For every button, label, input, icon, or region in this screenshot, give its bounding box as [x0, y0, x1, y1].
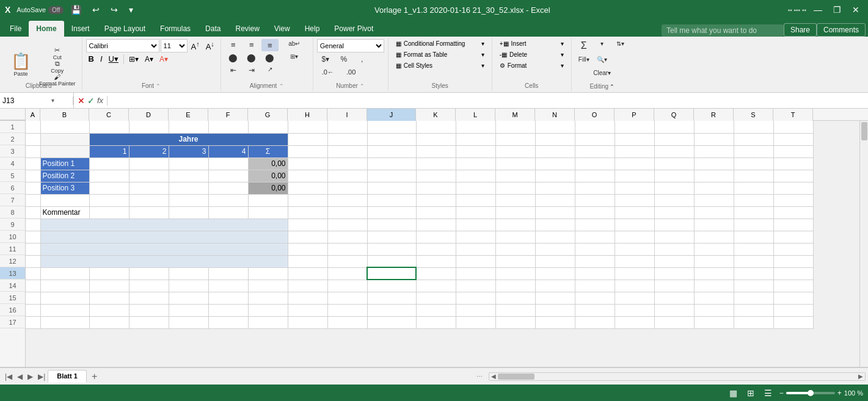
cell-d7[interactable] — [129, 194, 169, 206]
confirm-formula-button[interactable]: ✓ — [87, 96, 95, 106]
cell-r5[interactable] — [694, 170, 734, 182]
sheet-nav-first[interactable]: |◀ — [2, 371, 15, 382]
col-header-a[interactable]: A — [26, 109, 40, 121]
cell-q7[interactable] — [654, 194, 694, 206]
cell-j4[interactable] — [367, 157, 416, 170]
cell-q6[interactable] — [654, 182, 694, 194]
percent-button[interactable]: % — [335, 54, 352, 66]
insert-cells-button[interactable]: +▦ Insert ▾ — [496, 39, 567, 48]
delete-cells-button[interactable]: -▦ Delete ▾ — [496, 50, 567, 59]
search-input[interactable] — [662, 24, 784, 37]
cell-q17[interactable] — [654, 316, 694, 328]
cell-l3[interactable] — [456, 145, 495, 157]
bold-button[interactable]: B — [86, 54, 97, 64]
cell-a12[interactable] — [26, 255, 40, 267]
cell-r14[interactable] — [694, 280, 734, 292]
cell-o14[interactable] — [575, 280, 615, 292]
cell-l4[interactable] — [456, 157, 495, 170]
cell-h9[interactable] — [288, 219, 327, 231]
cell-h10[interactable] — [288, 231, 327, 243]
row-14[interactable]: 14 — [0, 280, 25, 292]
align-top-right-button[interactable]: ≡ — [261, 39, 279, 51]
cell-t7[interactable] — [773, 194, 813, 206]
cell-j2[interactable] — [367, 133, 416, 145]
cell-b6[interactable]: Position 3 — [40, 182, 89, 194]
cell-f1[interactable] — [208, 121, 248, 133]
cell-q11[interactable] — [654, 243, 694, 255]
cell-a5[interactable] — [26, 170, 40, 182]
insert-function-button[interactable]: fx — [97, 96, 103, 105]
cell-i7[interactable] — [327, 194, 367, 206]
cell-o11[interactable] — [575, 243, 615, 255]
cell-c7[interactable] — [89, 194, 129, 206]
align-center-button[interactable]: ⬤ — [243, 52, 260, 64]
cell-r11[interactable] — [694, 243, 734, 255]
cell-f13[interactable] — [208, 267, 248, 280]
cell-b15[interactable] — [40, 292, 89, 304]
cell-e8[interactable] — [169, 206, 208, 219]
cell-s16[interactable] — [734, 304, 773, 316]
cell-j10[interactable] — [367, 231, 416, 243]
tab-home[interactable]: Home — [29, 21, 64, 37]
cell-i17[interactable] — [327, 316, 367, 328]
cell-g15[interactable] — [248, 292, 288, 304]
cell-t15[interactable] — [773, 292, 813, 304]
cell-r13[interactable] — [694, 267, 734, 280]
cell-n15[interactable] — [535, 292, 575, 304]
format-table-button[interactable]: ▦ Format as Table ▾ — [392, 50, 488, 59]
cell-b12[interactable] — [40, 255, 288, 267]
cell-e1[interactable] — [169, 121, 208, 133]
cell-h3[interactable] — [288, 145, 327, 157]
col-header-s[interactable]: S — [734, 109, 773, 121]
border-button[interactable]: ⊞▾ — [126, 54, 141, 64]
cell-l9[interactable] — [456, 219, 495, 231]
cell-i4[interactable] — [327, 157, 367, 170]
find-select-button[interactable]: 🔍▾ — [594, 55, 611, 67]
name-box[interactable]: J13 — [2, 96, 51, 105]
tab-help[interactable]: Help — [297, 21, 327, 37]
cell-k12[interactable] — [416, 255, 456, 267]
cell-j17[interactable] — [367, 316, 416, 328]
row-16[interactable]: 16 — [0, 304, 25, 316]
col-header-e[interactable]: E — [169, 109, 208, 121]
cell-e4[interactable] — [169, 157, 208, 170]
cell-s4[interactable] — [734, 157, 773, 170]
cell-q5[interactable] — [654, 170, 694, 182]
cell-s1[interactable] — [734, 121, 773, 133]
cell-p5[interactable] — [615, 170, 654, 182]
cell-o2[interactable] — [575, 133, 615, 145]
cell-c16[interactable] — [89, 304, 129, 316]
cell-o15[interactable] — [575, 292, 615, 304]
grid-scroll[interactable]: Jahre — [26, 121, 859, 367]
cell-g7[interactable] — [248, 194, 288, 206]
cell-t16[interactable] — [773, 304, 813, 316]
cell-r17[interactable] — [694, 316, 734, 328]
cell-k7[interactable] — [416, 194, 456, 206]
cell-s8[interactable] — [734, 206, 773, 219]
cell-g4[interactable]: 0,00 — [248, 157, 288, 170]
cell-s7[interactable] — [734, 194, 773, 206]
sheet-nav-prev[interactable]: ◀ — [15, 371, 25, 382]
name-box-dropdown[interactable]: ▾ — [51, 97, 54, 104]
currency-button[interactable]: $▾ — [317, 54, 334, 66]
tab-formulas[interactable]: Formulas — [153, 21, 198, 37]
autosum-arrow-button[interactable]: ▾ — [594, 39, 611, 54]
cell-j15[interactable] — [367, 292, 416, 304]
align-top-left-button[interactable]: ≡ — [225, 39, 242, 51]
cell-b4[interactable]: Position 1 — [40, 157, 89, 170]
cell-n8[interactable] — [535, 206, 575, 219]
cell-j16[interactable] — [367, 304, 416, 316]
undo-button[interactable]: ↩ — [89, 4, 103, 16]
cell-b1[interactable] — [40, 121, 89, 133]
cell-f5[interactable] — [208, 170, 248, 182]
cell-c1[interactable] — [89, 121, 129, 133]
cell-k16[interactable] — [416, 304, 456, 316]
scroll-right-button[interactable]: ▶ — [856, 373, 865, 380]
cell-m15[interactable] — [495, 292, 535, 304]
cell-k5[interactable] — [416, 170, 456, 182]
col-header-c[interactable]: C — [89, 109, 129, 121]
cell-styles-button[interactable]: ▦ Cell Styles ▾ — [392, 61, 488, 70]
cell-j12[interactable] — [367, 255, 416, 267]
cell-m3[interactable] — [495, 145, 535, 157]
cell-p10[interactable] — [615, 231, 654, 243]
